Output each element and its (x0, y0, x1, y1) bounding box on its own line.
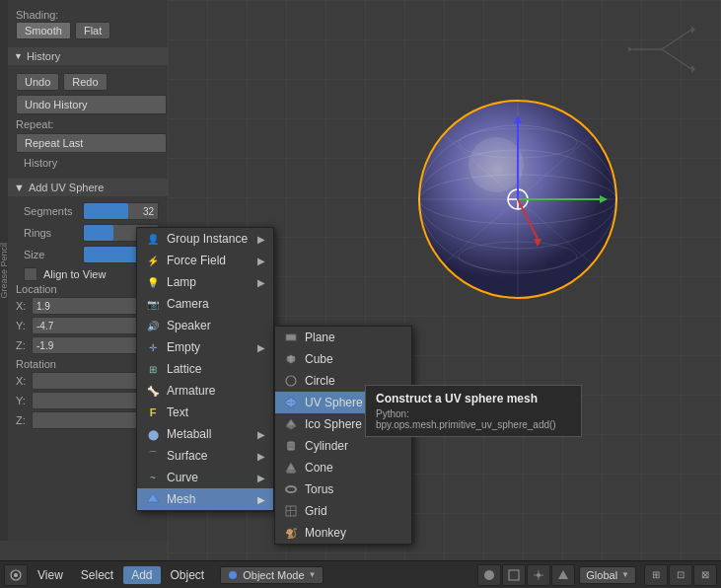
submenu-cylinder[interactable]: Cylinder (275, 435, 411, 457)
tooltip: Construct a UV sphere mesh Python: bpy.o… (365, 385, 582, 437)
lattice-icon: ⊞ (145, 361, 161, 377)
cube-label: Cube (305, 352, 333, 366)
menu-item-armature[interactable]: 🦴 Armature (137, 380, 273, 402)
empty-icon: ✛ (145, 339, 161, 355)
smooth-button[interactable]: Smooth (16, 22, 71, 39)
arrow-right-icon6: ▶ (257, 451, 265, 462)
cone-label: Cone (305, 461, 333, 475)
menu-item-speaker[interactable]: 🔊 Speaker (137, 315, 273, 336)
text-label: Text (167, 405, 188, 419)
view-menu[interactable]: View (30, 566, 71, 584)
arrow-right-icon7: ▶ (257, 473, 265, 483)
rotation-z-label: Z: (16, 414, 32, 426)
svg-marker-23 (691, 26, 695, 34)
rotation-x-label: X: (16, 375, 32, 387)
segments-label: Segments (24, 205, 83, 217)
grease-pencil-panel: Grease Pencil (0, 0, 8, 541)
viewport-display-icon[interactable] (502, 564, 526, 586)
svg-marker-36 (286, 426, 296, 429)
lamp-icon: 💡 (145, 274, 161, 290)
empty-label: Empty (167, 340, 200, 354)
svg-rect-50 (509, 570, 519, 580)
plane-label: Plane (305, 331, 335, 344)
grid-icon-btn3[interactable]: ⊠ (693, 564, 717, 586)
align-to-view-label: Align to View (43, 268, 106, 280)
meta-icon: ⬤ (145, 426, 161, 442)
menu-item-lamp[interactable]: 💡 Lamp ▶ (137, 271, 273, 293)
scene-icon-btn[interactable] (4, 564, 28, 586)
arrow-right-icon3: ▶ (257, 277, 265, 288)
location-z-label: Z: (16, 339, 32, 351)
torus-icon (283, 481, 299, 497)
menu-item-group-instance[interactable]: 👤 Group Instance ▶ (137, 228, 273, 250)
history-header[interactable]: ▼ History (8, 47, 175, 65)
svg-marker-24 (691, 65, 695, 73)
repeat-last-button[interactable]: Repeat Last (16, 133, 167, 153)
right-icons (477, 564, 575, 586)
add-uv-label: Add UV Sphere (29, 182, 104, 193)
force-icon: ⚡ (145, 253, 161, 268)
flat-button[interactable]: Flat (75, 22, 110, 39)
menu-item-curve[interactable]: ~ Curve ▶ (137, 467, 273, 488)
grid-icon-btn2[interactable]: ⊡ (669, 564, 692, 586)
surface-label: Surface (167, 449, 207, 463)
history-item: History (16, 155, 167, 171)
grid-icons-right: ⊞ ⊡ ⊠ (644, 564, 717, 586)
arrow-right-icon: ▶ (257, 234, 265, 245)
segments-row: Segments 32 (16, 200, 167, 222)
uv-sphere-label: UV Sphere (305, 396, 363, 409)
redo-button[interactable]: Redo (63, 73, 107, 91)
pivot-icon[interactable] (527, 564, 550, 586)
svg-point-49 (484, 570, 494, 580)
mode-selector[interactable]: Object Mode ▼ (220, 566, 323, 584)
undo-redo-row: Undo Redo (16, 73, 167, 91)
torus-label: Torus (305, 482, 333, 496)
add-uv-header[interactable]: ▼ Add UV Sphere (8, 179, 175, 196)
segments-slider[interactable]: 32 (83, 202, 159, 220)
lattice-label: Lattice (167, 362, 201, 376)
select-menu[interactable]: Select (73, 566, 121, 584)
menu-item-force-field[interactable]: ⚡ Force Field ▶ (137, 250, 273, 271)
menu-item-surface[interactable]: ⌒ Surface ▶ (137, 445, 273, 467)
menu-item-mesh[interactable]: Mesh ▶ (137, 488, 273, 510)
menu-item-camera[interactable]: 📷 Camera (137, 293, 273, 315)
grid-label: Grid (305, 504, 327, 518)
viewport-shading-icon[interactable] (477, 564, 501, 586)
align-to-view-checkbox[interactable] (24, 267, 37, 281)
svg-point-42 (286, 486, 296, 492)
submenu-plane[interactable]: Plane (275, 327, 411, 348)
submenu-cube[interactable]: Cube (275, 348, 411, 370)
history-section: Undo Redo Undo History Repeat: Repeat La… (8, 69, 175, 175)
armature-icon: 🦴 (145, 383, 161, 399)
speaker-icon: 🔊 (145, 318, 161, 333)
tooltip-title: Construct a UV sphere mesh (376, 392, 571, 405)
history-arrow: ▼ (14, 51, 23, 61)
arrow-right-icon4: ▶ (257, 342, 265, 353)
svg-point-47 (14, 573, 18, 577)
submenu-torus[interactable]: Torus (275, 478, 411, 500)
submenu-cone[interactable]: Cone (275, 457, 411, 478)
menu-item-lattice[interactable]: ⊞ Lattice (137, 358, 273, 380)
add-menu[interactable]: Add (123, 566, 160, 584)
object-menu[interactable]: Object (163, 566, 213, 584)
arrow-right-icon8: ▶ (257, 494, 265, 505)
undo-history-button[interactable]: Undo History (16, 95, 167, 114)
menu-item-metaball[interactable]: ⬤ Metaball ▶ (137, 423, 273, 445)
svg-point-10 (469, 137, 524, 192)
svg-point-41 (286, 471, 296, 474)
mesh-label: Mesh (167, 492, 195, 506)
menu-item-text[interactable]: F Text (137, 402, 273, 423)
menu-item-empty[interactable]: ✛ Empty ▶ (137, 336, 273, 358)
snap-icon[interactable] (551, 564, 575, 586)
person-icon: 👤 (145, 231, 161, 247)
submenu-grid[interactable]: Grid (275, 500, 411, 522)
undo-button[interactable]: Undo (16, 73, 59, 91)
grid-icon-btn[interactable]: ⊞ (644, 564, 668, 586)
submenu-monkey[interactable]: 🐒 Monkey (275, 522, 411, 544)
cube-icon (283, 351, 299, 367)
curve-icon: ~ (145, 470, 161, 485)
mode-label: Object Mode (243, 569, 304, 581)
viewport-corner (622, 20, 701, 82)
curve-label: Curve (167, 471, 198, 484)
global-selector[interactable]: Global ▼ (579, 566, 636, 584)
